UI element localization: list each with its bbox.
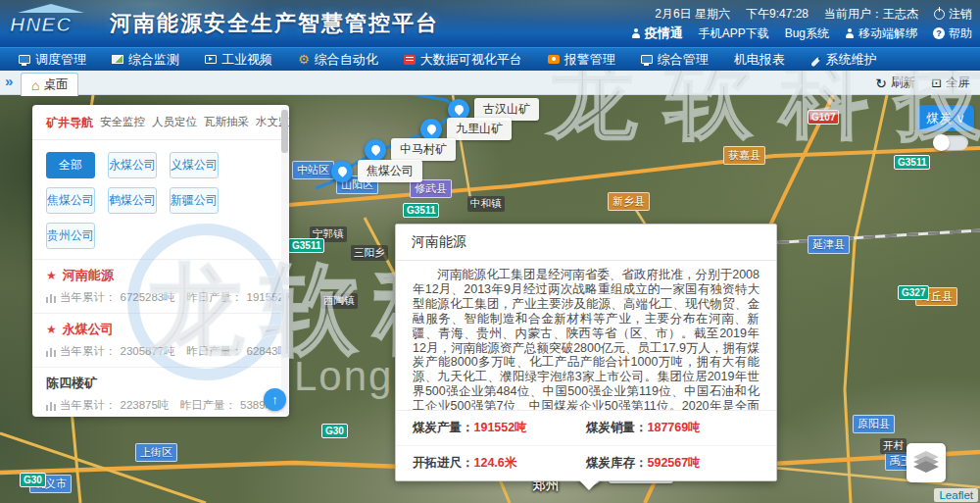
nav-general-management[interactable]: 综合管理 <box>628 48 721 72</box>
layers-icon <box>913 451 939 475</box>
bigdata-icon <box>404 55 416 65</box>
refresh-button[interactable]: ↻刷新 <box>875 75 915 91</box>
marker-label: 焦煤公司 <box>358 160 422 182</box>
home-icon: ⌂ <box>31 78 39 92</box>
logo-text: HNEC <box>10 13 100 36</box>
marker-label: 九里山矿 <box>447 118 512 140</box>
logo-roof-icon <box>18 4 84 13</box>
monitor-icon <box>19 55 30 64</box>
road-shield: G107 <box>808 110 839 125</box>
main-navbar: 调度管理 综合监测 工业视频 ⚙综合自动化 大数据可视化平台 报警管理 综合管理… <box>0 47 980 71</box>
link-bug-system[interactable]: Bug系统 <box>785 25 829 42</box>
header-time: 下午9:47:28 <box>746 6 808 23</box>
fullscreen-icon: ⊡ <box>931 76 942 89</box>
layers-control-button[interactable] <box>906 443 946 482</box>
road-shield: G327 <box>898 285 929 300</box>
tab-mine-navigation[interactable]: 矿井导航 <box>46 115 93 131</box>
question-icon: ? <box>933 27 945 39</box>
stat-coal-output: 煤炭产量：191552吨 <box>413 420 586 436</box>
bar-chart-icon <box>46 293 56 303</box>
star-icon: ★ <box>46 269 57 282</box>
mine-list: ★河南能源 当年累计：6725283吨 昨日产量：191552吨 ★永煤公司 当… <box>32 259 289 417</box>
link-mobile-app[interactable]: 手机APP下载 <box>699 25 769 42</box>
map-pin-icon <box>331 161 353 182</box>
nav-bigdata-platform[interactable]: 大数据可视化平台 <box>391 48 535 72</box>
tab-gas-extraction[interactable]: 瓦斯抽采 <box>204 115 249 131</box>
nav-automation[interactable]: ⚙综合自动化 <box>285 48 391 72</box>
nav-industrial-video[interactable]: 工业视频 <box>192 48 285 72</box>
list-item[interactable]: ★永煤公司 当年累计：2305877吨 昨日产量：62843吨 <box>32 313 289 367</box>
logout-button[interactable]: 注销 <box>934 6 972 23</box>
coal-layer-button[interactable]: 煤炭 ∨ <box>917 105 974 131</box>
scroll-top-button[interactable]: ↑ <box>264 388 286 411</box>
bar-chart-icon <box>46 401 56 411</box>
filter-guizhou[interactable]: 贵州公司 <box>46 223 95 249</box>
map-label: 新乡县 <box>608 192 650 211</box>
nav-system-maintenance[interactable]: 系统维护 <box>798 48 890 72</box>
power-icon <box>934 9 945 20</box>
leaflet-attribution-link[interactable]: Leaflet <box>934 488 978 502</box>
road-shield: G30 <box>20 473 46 487</box>
map-label: 上街区 <box>135 443 177 462</box>
nav-monitoring[interactable]: 综合监测 <box>99 48 192 72</box>
filter-yimei[interactable]: 义煤公司 <box>170 152 219 178</box>
stat-coal-sales: 煤炭销量：187769吨 <box>586 420 760 436</box>
tab-desktop[interactable]: ⌂ 桌面 <box>21 73 78 96</box>
map-label: 原阳县 <box>853 415 895 433</box>
scrollbar-thumb[interactable] <box>281 110 288 153</box>
map-pin-icon <box>420 119 442 140</box>
link-help[interactable]: ?帮助 <box>933 25 972 42</box>
alarm-icon <box>548 55 560 64</box>
mine-navigation-panel: 矿井导航 安全监控 人员定位 瓦斯抽采 水文监测 全部 永煤公司 义煤公司 焦煤… <box>32 105 289 417</box>
road-shield: G3511 <box>403 203 439 218</box>
tab-safety-monitoring[interactable]: 安全监控 <box>100 115 145 131</box>
road-shield: G3511 <box>894 155 930 170</box>
filter-all[interactable]: 全部 <box>46 152 95 178</box>
map-label: 延津县 <box>808 235 850 254</box>
filter-yongmei[interactable]: 永煤公司 <box>108 152 157 178</box>
coal-layer-toggle[interactable] <box>933 135 968 150</box>
coal-layer-label: 煤炭 <box>926 110 952 127</box>
wrench-icon <box>810 56 821 67</box>
marker-label: 中马村矿 <box>391 138 456 161</box>
nav-dispatch[interactable]: 调度管理 <box>6 48 99 72</box>
app-root: 中站区 山阳区 修武县 获嘉县 新乡县 延津县 封丘县 原阳县 上街区 巩义市 … <box>0 0 980 503</box>
app-header: HNEC 河南能源安全生产智慧管控平台 2月6日 星期六 下午9:47:28 当… <box>0 0 980 47</box>
mine-marker-jiulishan[interactable]: 九里山矿 <box>420 118 512 140</box>
mine-marker-jiaomei[interactable]: 焦煤公司 <box>331 160 422 182</box>
link-unbind-mobile[interactable]: 移动端解绑 <box>845 25 917 42</box>
popup-stats: 煤炭产量：191552吨 煤炭销量：187769吨 开拓进尺：124.6米 煤炭… <box>396 410 776 480</box>
person-icon <box>845 28 855 38</box>
hnec-logo: HNEC <box>10 4 100 45</box>
bar-chart-icon <box>46 347 56 357</box>
gear-icon: ⚙ <box>298 53 310 66</box>
popup-title: 河南能源 <box>396 225 776 261</box>
image-icon <box>112 55 123 64</box>
map-label: 获嘉县 <box>723 146 765 165</box>
fullscreen-button[interactable]: ⊡全屏 <box>931 75 970 91</box>
filter-hemei[interactable]: 鹤煤公司 <box>108 187 157 214</box>
tab-personnel-location[interactable]: 人员定位 <box>152 115 197 131</box>
refresh-icon: ↻ <box>875 76 887 90</box>
company-filters: 全部 永煤公司 义煤公司 焦煤公司 鹤煤公司 新疆公司 贵州公司 <box>32 140 289 259</box>
popup-description: 河南能源化工集团是经河南省委、省政府批准，分别于2008年12月、2013年9月… <box>396 261 776 410</box>
panel-tabs: 矿井导航 安全监控 人员定位 瓦斯抽采 水文监测 <box>32 105 289 140</box>
list-item[interactable]: ★河南能源 当年累计：6725283吨 昨日产量：191552吨 <box>32 259 289 313</box>
map-label: 中和镇 <box>467 196 505 212</box>
list-item[interactable]: 陈四楼矿 当年累计：223875吨 昨日产量：5389吨 <box>32 367 289 417</box>
nav-electromechanical-report[interactable]: 机电报表 <box>721 48 798 72</box>
filter-jiaomei[interactable]: 焦煤公司 <box>46 187 95 214</box>
header-date: 2月6日 星期六 <box>655 6 730 23</box>
link-epidemic[interactable]: 疫情通 <box>631 25 683 42</box>
page-title: 河南能源安全生产智慧管控平台 <box>110 9 439 38</box>
road-shield: G3511 <box>288 238 324 253</box>
chevron-down-icon: ∨ <box>956 111 965 126</box>
nav-alarm-management[interactable]: 报警管理 <box>535 48 628 72</box>
filter-xinjiang[interactable]: 新疆公司 <box>170 187 219 214</box>
map-pin-icon <box>365 139 386 161</box>
mine-marker-zhongmacun[interactable]: 中马村矿 <box>365 138 456 161</box>
collapse-chevron-button[interactable]: » <box>5 73 13 89</box>
video-icon <box>205 55 217 64</box>
map-label: 西陶镇 <box>320 293 358 309</box>
current-user: 当前用户：王志杰 <box>824 6 918 23</box>
